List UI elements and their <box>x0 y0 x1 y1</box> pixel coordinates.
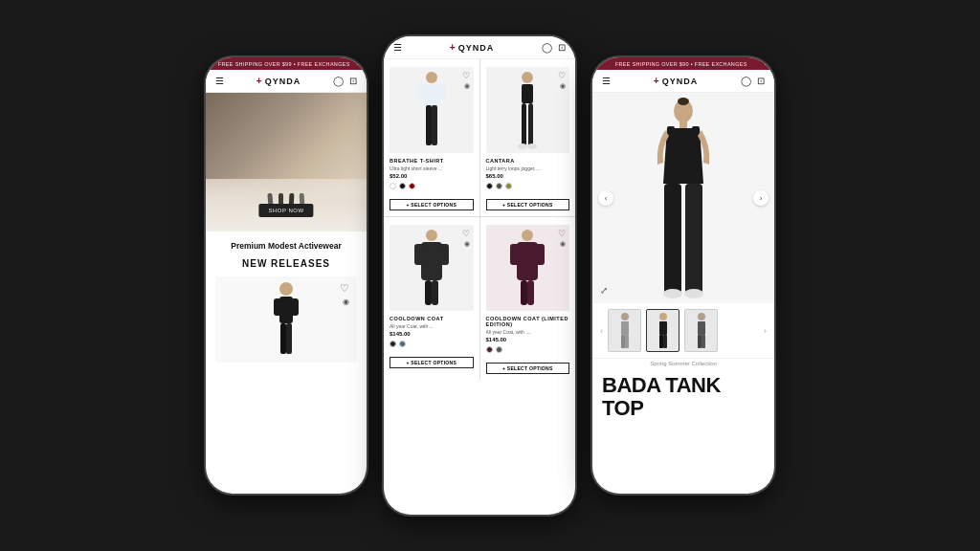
card-eye-2[interactable]: ◉ <box>560 82 566 90</box>
user-icon-2[interactable]: ◯ <box>542 42 552 53</box>
svg-rect-36 <box>685 184 702 294</box>
product-desc-4: All year Coat, with .... <box>486 329 570 335</box>
svg-rect-42 <box>625 335 629 348</box>
svg-rect-50 <box>702 335 705 348</box>
swatch-gray[interactable] <box>496 346 502 353</box>
svg-rect-35 <box>664 184 681 294</box>
detail-next-arrow[interactable]: › <box>753 190 768 206</box>
card-heart-2[interactable]: ♡ <box>558 71 566 80</box>
product-card-4: ♡ ◉ COOLDOWN COAT (Limited Edition) All … <box>480 217 576 380</box>
coat-limited-svg <box>507 229 547 307</box>
svg-rect-13 <box>522 84 533 103</box>
swatch-red[interactable] <box>409 183 415 189</box>
product-name-1: BREATHE T-SHIRT <box>390 158 474 164</box>
banner-close-icon[interactable]: × <box>357 60 361 67</box>
menu-icon-3[interactable]: ☰ <box>602 76 611 86</box>
swatch-maroon[interactable] <box>486 346 493 353</box>
promo-banner-detail: FREE SHIPPING OVER $90 • FREE EXCHANGES … <box>592 57 774 70</box>
phone-detail: FREE SHIPPING OVER $90 • FREE EXCHANGES … <box>592 57 774 494</box>
svg-point-37 <box>663 289 682 298</box>
card-heart-4[interactable]: ♡ <box>558 229 566 238</box>
svg-rect-8 <box>417 85 427 99</box>
nav-icons-3: ◯ ⊡ <box>741 76 765 86</box>
product-img-2: ♡ ◉ <box>486 67 570 153</box>
svg-point-24 <box>522 230 533 241</box>
thumbnail-1[interactable] <box>608 309 641 352</box>
swatch-dark[interactable] <box>390 341 396 347</box>
shop-now-button[interactable]: SHOP NOW <box>258 204 313 217</box>
cart-icon-2[interactable]: ⊡ <box>558 42 566 53</box>
product-price-1: $52.00 <box>390 173 474 179</box>
tagline: Premium Modest Activewear <box>206 231 367 254</box>
swatch-white[interactable] <box>390 183 396 189</box>
product-img-1: ♡ ◉ <box>390 67 474 153</box>
user-icon[interactable]: ◯ <box>333 76 344 86</box>
select-btn-1[interactable]: + SELECT OPTIONS <box>390 199 474 210</box>
product-figure-svg <box>272 281 301 358</box>
menu-icon[interactable]: ☰ <box>215 76 224 86</box>
svg-rect-14 <box>522 103 526 146</box>
product-eye-icon[interactable]: ◉ <box>343 298 349 306</box>
svg-rect-2 <box>274 298 281 316</box>
thumbnail-2[interactable] <box>646 309 679 352</box>
color-swatches-1 <box>390 183 474 189</box>
svg-rect-23 <box>432 280 438 305</box>
product-grid: ♡ ◉ BREATHE T-SHIRT Ultra light short sl… <box>384 59 575 380</box>
svg-point-6 <box>426 72 437 83</box>
coat-model-svg <box>412 229 452 307</box>
product-price-4: $145.00 <box>486 337 570 342</box>
svg-rect-45 <box>659 335 663 348</box>
card-eye-3[interactable]: ◉ <box>464 240 470 248</box>
banner-close-detail[interactable]: × <box>765 60 768 67</box>
navbar-grid: ☰ + QYNDA ◯ ⊡ <box>384 36 575 59</box>
expand-icon[interactable]: ⤢ <box>600 285 608 296</box>
promo-banner: FREE SHIPPING OVER $99 • FREE EXCHANGES … <box>206 57 367 70</box>
thumb-prev[interactable]: ‹ <box>600 326 603 336</box>
swatch-green[interactable] <box>496 183 502 189</box>
svg-point-39 <box>621 313 629 320</box>
user-icon-3[interactable]: ◯ <box>741 76 751 86</box>
svg-rect-3 <box>291 298 299 316</box>
select-btn-4[interactable]: + SELECT OPTIONS <box>486 363 570 374</box>
svg-rect-10 <box>426 105 432 145</box>
svg-point-0 <box>279 282 293 296</box>
card-eye-4[interactable]: ◉ <box>560 240 566 248</box>
collection-label: Spring Summer Collection <box>592 359 774 368</box>
phone-grid: ☰ + QYNDA ◯ ⊡ ♡ ◉ <box>384 36 575 515</box>
banner-text-detail: FREE SHIPPING OVER $90 • FREE EXCHANGES <box>598 61 765 67</box>
detail-main-image: ‹ › ⤢ <box>592 93 774 303</box>
card-heart-1[interactable]: ♡ <box>462 71 470 80</box>
svg-point-47 <box>698 313 705 320</box>
select-btn-2[interactable]: + SELECT OPTIONS <box>486 199 570 210</box>
thumb-next[interactable]: › <box>764 326 767 336</box>
logo-2: + QYNDA <box>450 42 494 53</box>
menu-icon-2[interactable]: ☰ <box>393 42 402 53</box>
jogger-model-svg <box>509 71 546 149</box>
svg-rect-7 <box>425 84 438 105</box>
select-btn-3[interactable]: + SELECT OPTIONS <box>390 357 474 368</box>
product-card-3: ♡ ◉ COOLDOWN COAT All year Coat, with ..… <box>384 217 479 380</box>
product-name-3: COOLDOWN COAT <box>390 316 474 321</box>
svg-rect-21 <box>439 244 449 265</box>
detail-prev-arrow[interactable]: ‹ <box>598 190 613 206</box>
product-preview: ♡ ◉ <box>215 276 357 363</box>
swatch-olive[interactable] <box>505 183 512 189</box>
svg-rect-4 <box>280 323 286 354</box>
cart-icon-3[interactable]: ⊡ <box>757 76 765 86</box>
thumbnail-3[interactable] <box>684 309 718 352</box>
svg-rect-11 <box>432 105 437 145</box>
swatch-black-2[interactable] <box>486 183 493 189</box>
card-heart-3[interactable]: ♡ <box>462 229 470 238</box>
svg-rect-22 <box>425 280 432 305</box>
swatch-black[interactable] <box>399 183 406 189</box>
svg-rect-48 <box>698 321 705 335</box>
product-wishlist-icon[interactable]: ♡ <box>340 282 349 295</box>
card-eye-1[interactable]: ◉ <box>464 82 470 90</box>
svg-point-16 <box>518 143 527 149</box>
product-desc-2: Light terry loops jogger, ... <box>486 165 570 171</box>
product-card-2: ♡ ◉ CANTARA Light terry loops jogger, ..… <box>480 59 576 216</box>
svg-rect-19 <box>421 242 442 280</box>
swatch-blue[interactable] <box>399 341 406 347</box>
svg-point-43 <box>659 313 667 320</box>
cart-icon[interactable]: ⊡ <box>349 76 357 86</box>
